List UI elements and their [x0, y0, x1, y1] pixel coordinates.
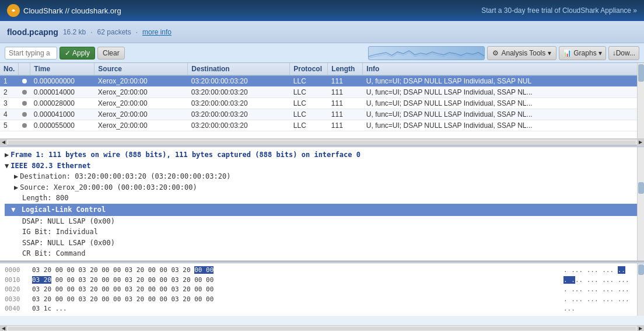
tree-label: Length: 800	[22, 193, 68, 204]
cell-time: 0.000014000	[30, 87, 94, 98]
table-row[interactable]: 2 0.000014000 Xerox_20:00:00 03:20:00:00…	[0, 87, 644, 98]
tree-label: DSAP: NULL LSAP (0x00)	[22, 216, 115, 227]
table-row[interactable]: 3 0.000028000 Xerox_20:00:00 03:20:00:00…	[0, 98, 644, 109]
filter-input[interactable]	[5, 47, 57, 60]
cell-flag	[19, 120, 30, 131]
tree-item[interactable]: ▼ Logical-Link Control	[5, 204, 639, 216]
hex-bytes: 03 20 00 00 03 20 00 00 03 20 00 00 03 2…	[32, 266, 556, 276]
cell-time: 0.000041000	[30, 109, 94, 120]
col-header-dest: Destination	[188, 63, 290, 75]
hex-scrollbar[interactable]	[637, 263, 644, 316]
tree-item[interactable]: IG Bit: Individual	[5, 227, 639, 238]
tree-label: Frame 1: 111 bytes on wire (888 bits), 1…	[10, 149, 360, 161]
cell-info: U, func=UI; DSAP NULL LSAP Individual, S…	[363, 109, 644, 120]
tree-arrow[interactable]: ▼	[11, 205, 15, 214]
packet-list-scrollbar[interactable]	[637, 63, 644, 138]
hex-offset: 0040	[5, 304, 25, 314]
hscroll-left[interactable]: ◀	[0, 140, 7, 145]
analysis-label: Analysis Tools	[501, 49, 545, 57]
table-row[interactable]: 5 0.000055000 Xerox_20:00:00 03:20:00:00…	[0, 120, 644, 131]
apply-button[interactable]: ✓ Apply	[60, 47, 95, 60]
tree-arrow[interactable]: ▶	[14, 171, 18, 182]
hex-hscroll-right[interactable]: ▶	[637, 326, 644, 332]
more-info-link[interactable]: more info	[142, 28, 172, 36]
analysis-icon: ⚙	[492, 49, 499, 57]
hex-row: 0040 03 1c ... ...	[5, 304, 639, 314]
cell-time: 0.000028000	[30, 98, 94, 109]
packet-list: No. Time Source Destination Protocol Len…	[0, 63, 644, 139]
file-packets: 62 packets	[97, 28, 131, 36]
cell-dest: 03:20:00:00:03:20	[188, 87, 290, 98]
tree-item[interactable]: ▶ Frame 1: 111 bytes on wire (888 bits),…	[5, 149, 639, 161]
download-label: Dow...	[616, 49, 635, 57]
table-row[interactable]: 1 0.000000000 Xerox_20:00:00 03:20:00:00…	[0, 75, 644, 87]
timeline-widget[interactable]	[368, 46, 485, 60]
tree-item[interactable]: ▼ IEEE 802.3 Ethernet	[5, 161, 639, 172]
clear-button[interactable]: Clear	[97, 47, 125, 60]
graphs-icon: 📊	[563, 49, 572, 57]
tree-item[interactable]: DSAP: NULL LSAP (0x00)	[5, 216, 639, 227]
tree-label: Logical-Link Control	[22, 205, 106, 214]
tree-item[interactable]: ▶ Source: Xerox_20:00:00 (00:00:03:20:00…	[5, 182, 639, 193]
hex-hscroll-track[interactable]	[8, 327, 636, 330]
table-row[interactable]: 4 0.000041000 Xerox_20:00:00 03:20:00:00…	[0, 109, 644, 120]
cell-len: 111	[328, 98, 363, 109]
col-header-flag	[19, 63, 30, 75]
cell-proto: LLC	[290, 120, 328, 131]
hex-offset: 0010	[5, 276, 25, 285]
download-button[interactable]: ↓ Dow...	[608, 46, 639, 60]
cell-time: 0.000055000	[30, 120, 94, 131]
detail-panel: ▶ Frame 1: 111 bytes on wire (888 bits),…	[0, 147, 644, 261]
tree-item[interactable]: ▶ Destination: 03:20:00:00:03:20 (03:20:…	[5, 171, 639, 182]
toolbar: ✓ Apply Clear ⚙ Analysis Tools ▾ 📊 Graph…	[0, 43, 644, 63]
packet-list-scrollbar-thumb	[638, 64, 644, 82]
cell-proto: LLC	[290, 109, 328, 120]
tree-label: SSAP: NULL LSAP (0x00)	[22, 238, 115, 249]
apply-label: Apply	[72, 49, 90, 57]
hex-offset: 0030	[5, 295, 25, 305]
logo-text: CloudShark // cloudshark.org	[23, 6, 121, 15]
hex-ascii: . ... ... ... ...	[564, 276, 639, 285]
hex-ascii: . ... ... ... ...	[564, 295, 639, 305]
tree-item[interactable]: ▶ Control field: U, func=UI (0x03)	[5, 259, 639, 261]
tree-label: Source: Xerox_20:00:00 (00:00:03:20:00:0…	[20, 182, 197, 193]
tree-item[interactable]: CR Bit: Command	[5, 248, 639, 259]
tree-item[interactable]: Length: 800	[5, 193, 639, 204]
hex-offset: 0000	[5, 266, 25, 276]
cell-info: U, func=UI; DSAP NULL LSAP Individual, S…	[363, 75, 644, 87]
cell-source: Xerox_20:00:00	[94, 87, 188, 98]
apply-checkmark: ✓	[65, 49, 71, 57]
cell-no: 1	[0, 75, 19, 87]
hex-bytes: 03 20 00 00 03 20 00 00 03 20 00 00 03 2…	[32, 276, 556, 285]
detail-scrollbar[interactable]	[637, 147, 644, 260]
hex-row: 0030 03 20 00 00 03 20 00 00 03 20 00 00…	[5, 295, 639, 305]
tree-label: Control field: U, func=UI (0x03)	[20, 259, 155, 261]
graphs-chevron: ▾	[598, 49, 602, 57]
analysis-tools-button[interactable]: ⚙ Analysis Tools ▾	[487, 46, 556, 60]
tree-arrow[interactable]: ▶	[14, 182, 18, 193]
logo-icon	[7, 4, 20, 17]
cell-proto: LLC	[290, 75, 328, 87]
tree-item[interactable]: SSAP: NULL LSAP (0x00)	[5, 238, 639, 249]
hscroll-right[interactable]: ▶	[637, 140, 644, 145]
graphs-button[interactable]: 📊 Graphs ▾	[559, 46, 606, 60]
tree-arrow[interactable]: ▼	[5, 161, 9, 172]
cell-len: 111	[328, 109, 363, 120]
hex-hscroll-left[interactable]: ◀	[0, 326, 7, 332]
packet-list-hscrollbar[interactable]: ◀ ▶	[0, 139, 644, 145]
hex-ascii: . ... ... ... ...	[564, 285, 639, 295]
col-header-no: No.	[0, 63, 19, 75]
col-header-time: Time	[30, 63, 94, 75]
analysis-chevron: ▾	[548, 49, 551, 57]
hscroll-track[interactable]	[8, 141, 636, 144]
hex-hscrollbar[interactable]: ◀ ▶	[0, 325, 644, 331]
cell-dest: 03:20:00:00:03:20	[188, 120, 290, 131]
tree-arrow[interactable]: ▶	[14, 259, 18, 261]
cell-source: Xerox_20:00:00	[94, 98, 188, 109]
file-sep1: ·	[90, 28, 92, 36]
graphs-label: Graphs	[573, 49, 596, 57]
cell-no: 4	[0, 109, 19, 120]
tree-arrow[interactable]: ▶	[5, 149, 9, 161]
cell-info: U, func=UI; DSAP NULL LSAP Individual, S…	[363, 98, 644, 109]
filename: flood.pcapng	[7, 27, 58, 37]
